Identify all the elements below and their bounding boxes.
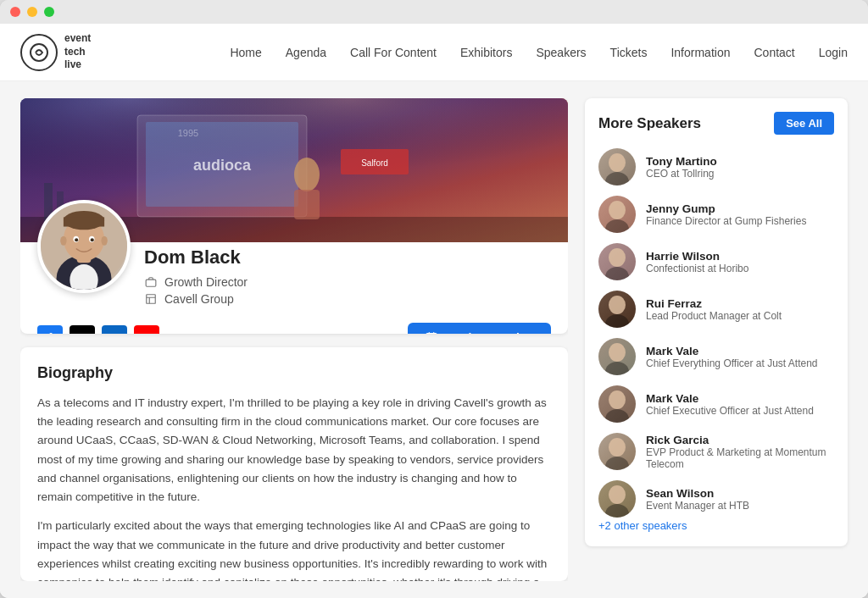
briefcase-icon bbox=[144, 275, 158, 289]
speaker-name: Dom Black bbox=[144, 246, 551, 269]
nav-agenda[interactable]: Agenda bbox=[286, 46, 326, 59]
speaker-list-avatar bbox=[598, 385, 636, 423]
svg-rect-21 bbox=[64, 217, 104, 226]
speaker-list-item[interactable]: Sean Wilson Event Manager at HTB bbox=[598, 480, 834, 518]
nav-links: Home Agenda Call For Content Exhibitors … bbox=[230, 46, 848, 59]
maximize-button[interactable] bbox=[44, 7, 54, 17]
speaker-company-row: Cavell Group bbox=[144, 292, 551, 306]
svg-point-58 bbox=[609, 485, 626, 504]
speaker-list-name: Harrie Wilson bbox=[646, 250, 834, 263]
speaker-list-avatar bbox=[598, 243, 636, 280]
nav-tickets[interactable]: Tickets bbox=[610, 46, 648, 59]
facebook-button[interactable]: f bbox=[37, 325, 63, 334]
speaker-list-avatar bbox=[598, 433, 636, 470]
youtube-button[interactable]: ▶ bbox=[134, 325, 159, 334]
bio-paragraph-1: As a telecoms and IT industry expert, I'… bbox=[37, 394, 551, 507]
speaker-list-role: Finance Director at Gump Fisheries bbox=[646, 215, 834, 227]
nav-call-for-content[interactable]: Call For Content bbox=[350, 46, 437, 59]
svg-point-49 bbox=[609, 343, 626, 362]
left-column: audioca Salford bbox=[20, 98, 568, 581]
speaker-list-name: Rick Garcia bbox=[646, 434, 834, 446]
svg-point-27 bbox=[101, 236, 107, 246]
speaker-list-avatar bbox=[598, 291, 636, 328]
building-icon bbox=[144, 292, 158, 306]
right-column: More Speakers See All Tony Martino CEO a… bbox=[585, 98, 848, 581]
twitter-button[interactable]: 𝕏 bbox=[70, 325, 95, 334]
svg-point-25 bbox=[91, 238, 94, 241]
speaker-list-item[interactable]: Rui Ferraz Lead Product Manager at Colt bbox=[598, 291, 834, 328]
speaker-list-item[interactable]: Mark Vale Chief Everything Officer at Ju… bbox=[598, 338, 834, 375]
nav-login[interactable]: Login bbox=[819, 46, 848, 59]
svg-point-40 bbox=[609, 201, 626, 219]
nav-home[interactable]: Home bbox=[230, 46, 261, 59]
book-meeting-button[interactable]: Book A Meeting bbox=[408, 323, 551, 334]
svg-rect-29 bbox=[147, 295, 156, 304]
speaker-actions: f 𝕏 in ▶ Book A Mee bbox=[20, 323, 568, 334]
speaker-list-role: Lead Product Manager at Colt bbox=[646, 310, 834, 322]
speaker-list-avatar bbox=[598, 480, 636, 518]
svg-point-8 bbox=[294, 158, 320, 191]
svg-text:audioca: audioca bbox=[193, 157, 252, 174]
svg-point-46 bbox=[609, 296, 626, 314]
speaker-card: audioca Salford bbox=[20, 98, 568, 334]
speaker-list-info: Rui Ferraz Lead Product Manager at Colt bbox=[646, 297, 834, 322]
bio-text: As a telecoms and IT industry expert, I'… bbox=[37, 394, 551, 581]
minimize-button[interactable] bbox=[27, 7, 37, 17]
logo-text: event tech live bbox=[64, 32, 91, 72]
close-button[interactable] bbox=[10, 7, 20, 17]
speaker-meta: Growth Director bbox=[144, 275, 551, 306]
speaker-list-name: Tony Martino bbox=[646, 155, 834, 168]
svg-rect-28 bbox=[146, 280, 156, 286]
speaker-list-item[interactable]: Mark Vale Chief Executive Officer at Jus… bbox=[598, 385, 834, 423]
speaker-list-item[interactable]: Rick Garcia EVP Product & Marketing at M… bbox=[598, 433, 834, 470]
social-links: f 𝕏 in ▶ bbox=[37, 325, 159, 334]
speaker-list-role: Event Manager at HTB bbox=[646, 500, 834, 512]
svg-point-52 bbox=[609, 390, 626, 409]
speaker-list-name: Rui Ferraz bbox=[646, 297, 834, 310]
svg-text:1995: 1995 bbox=[178, 128, 198, 138]
bio-title: Biography bbox=[37, 364, 551, 382]
svg-point-0 bbox=[31, 44, 47, 61]
svg-point-55 bbox=[609, 438, 626, 457]
content-area: audioca Salford bbox=[0, 81, 868, 598]
see-all-button[interactable]: See All bbox=[774, 112, 834, 135]
speaker-list-info: Mark Vale Chief Executive Officer at Jus… bbox=[646, 392, 834, 417]
more-speakers-title: More Speakers bbox=[598, 115, 701, 132]
more-speakers-link[interactable]: +2 other speakers bbox=[598, 519, 687, 532]
speaker-list-role: EVP Product & Marketing at Momentum Tele… bbox=[646, 446, 834, 470]
speaker-details: Dom Black Growth Directo bbox=[144, 200, 551, 306]
title-bar bbox=[0, 0, 868, 24]
logo-icon bbox=[20, 34, 58, 71]
speaker-company-text: Cavell Group bbox=[164, 292, 234, 306]
speaker-list-info: Tony Martino CEO at Tollring bbox=[646, 155, 834, 180]
speaker-list-avatar bbox=[598, 338, 636, 375]
nav-speakers[interactable]: Speakers bbox=[536, 46, 586, 59]
speaker-list-name: Mark Vale bbox=[646, 392, 834, 405]
speaker-list-item[interactable]: Harrie Wilson Confectionist at Horibo bbox=[598, 243, 834, 280]
speaker-title-row: Growth Director bbox=[144, 275, 551, 289]
speaker-list-role: CEO at Tollring bbox=[646, 168, 834, 180]
speaker-list: Tony Martino CEO at Tollring Jenny Gump … bbox=[598, 148, 834, 518]
speaker-list-role: Chief Everything Officer at Just Attend bbox=[646, 357, 834, 369]
avatar bbox=[37, 200, 131, 293]
speaker-list-info: Jenny Gump Finance Director at Gump Fish… bbox=[646, 202, 834, 227]
speaker-list-role: Chief Executive Officer at Just Attend bbox=[646, 405, 834, 417]
calendar-icon bbox=[425, 331, 438, 334]
speaker-list-item[interactable]: Tony Martino CEO at Tollring bbox=[598, 148, 834, 185]
speaker-list-info: Harrie Wilson Confectionist at Horibo bbox=[646, 250, 834, 274]
speaker-list-name: Jenny Gump bbox=[646, 202, 834, 215]
linkedin-button[interactable]: in bbox=[102, 325, 127, 334]
logo-area: event tech live bbox=[20, 32, 91, 72]
nav-exhibitors[interactable]: Exhibitors bbox=[460, 46, 512, 59]
svg-point-43 bbox=[609, 248, 626, 267]
nav-information[interactable]: Information bbox=[670, 46, 730, 59]
browser-window: event tech live Home Agenda Call For Con… bbox=[0, 0, 868, 598]
more-speakers-card: More Speakers See All Tony Martino CEO a… bbox=[585, 98, 848, 546]
navbar: event tech live Home Agenda Call For Con… bbox=[0, 24, 868, 81]
bio-card: Biography As a telecoms and IT industry … bbox=[20, 347, 568, 581]
speaker-list-item[interactable]: Jenny Gump Finance Director at Gump Fish… bbox=[598, 196, 834, 233]
svg-point-26 bbox=[60, 236, 66, 246]
speaker-list-info: Mark Vale Chief Everything Officer at Ju… bbox=[646, 345, 834, 369]
nav-contact[interactable]: Contact bbox=[754, 46, 794, 59]
speaker-title-text: Growth Director bbox=[164, 275, 248, 289]
